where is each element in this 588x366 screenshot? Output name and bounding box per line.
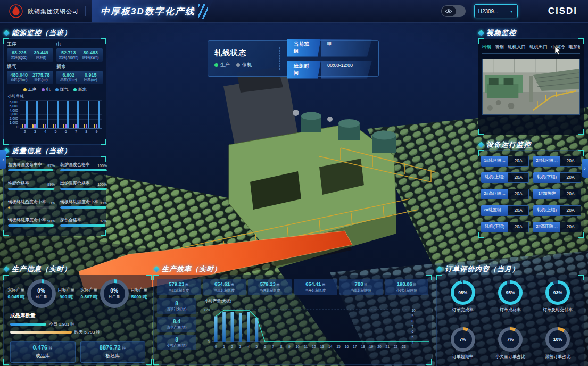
equipment-value: 20A <box>560 189 581 199</box>
svg-text:9: 9 <box>411 314 413 318</box>
shift-info-key[interactable]: 班组时间 <box>287 61 321 79</box>
svg-text:11: 11 <box>304 345 308 348</box>
bar <box>96 124 97 128</box>
legend-item: 煤气 <box>55 87 69 93</box>
stock-bar-row: 今日 1,801 吨 <box>10 321 145 327</box>
video-tab-电加热[interactable]: 电加热 <box>569 44 581 51</box>
device-dropdown[interactable]: H2309... ▼ <box>474 4 518 18</box>
bar-group <box>83 101 89 128</box>
shift-info-key[interactable]: 当前班组 <box>287 39 321 57</box>
stock-card-label: 板坯库 <box>82 353 144 360</box>
corner-bracket <box>578 129 584 135</box>
donut-hole: 7% <box>454 330 472 348</box>
stock-bars: 今日 1,801 吨昨天 5,793 吨 <box>4 321 152 335</box>
panel-quality-header: 质量信息（当班） <box>3 146 106 156</box>
energy-group-name: 煤气 <box>7 63 53 70</box>
right-panel-collapse-tab[interactable]: › <box>582 159 588 178</box>
target-output: 目标产量900 吨 <box>58 287 75 301</box>
svg-text:10: 10 <box>296 345 300 348</box>
quality-label: 钢板终轧凸度命中率 <box>8 199 46 205</box>
equipment-label: 轧机(上辊) <box>481 172 508 183</box>
energy-group-name: 新水 <box>56 63 103 70</box>
energy-metric: 480.040总耗(万m³) <box>8 72 30 82</box>
efficiency-chart-area: 小时产量(大板) 1200012345678910111213141516171… <box>198 298 429 356</box>
active-tab-underline <box>482 53 491 54</box>
video-tab-轧机出口[interactable]: 轧机出口 <box>529 44 548 51</box>
quality-pct: 99% <box>100 201 107 205</box>
energy-chart-plot <box>20 100 102 129</box>
video-tab-出钢[interactable]: 出钢 <box>482 44 491 51</box>
donut-hole: 98% <box>454 284 472 302</box>
stock-card: 8876.72吨板坯库 <box>80 341 146 363</box>
equipment-item: 1#加热炉20A <box>533 189 581 199</box>
equipment-item: 2#高压除…20A <box>481 189 529 199</box>
video-tab-轧机入口[interactable]: 轧机入口 <box>508 44 526 51</box>
quality-item-top: 出炉温度合格率100% <box>60 180 107 186</box>
panel-energy-header: 能源监控（当班） <box>3 28 106 38</box>
energy-chart-title: 小时单耗 <box>8 94 106 99</box>
efficiency-mini-value: 8 <box>158 301 196 306</box>
equipment-label: 1#轧区辅… <box>481 156 508 167</box>
equipment-value: 20A <box>508 156 529 167</box>
quality-bar <box>8 188 55 190</box>
quality-pct: 99% <box>47 182 55 186</box>
energy-value: 68.226 <box>8 50 30 55</box>
panel-production-header: 生产信息（实时） <box>3 264 152 274</box>
efficiency-mini-label: 小时产量(块) <box>158 343 196 348</box>
efficiency-card-label: 当月轧制长度 <box>249 288 291 293</box>
status-legend-label: 生产 <box>220 62 230 69</box>
panel-energy-title: 能源监控（当班） <box>12 28 71 38</box>
target-output-label: 目标产量 <box>58 287 75 293</box>
equipment-label: 2#轧区辅… <box>481 205 508 216</box>
energy-metric: 80.483吨耗(kWh) <box>80 50 102 60</box>
legend-dot <box>42 88 45 91</box>
energy-metric: 2775.78吨耗(m³) <box>30 72 53 82</box>
equipment-value: 20A <box>560 222 581 232</box>
efficiency-mini-value: 8.4 <box>158 319 196 325</box>
visibility-toggle[interactable] <box>441 5 466 17</box>
panel-video-header: 视频监控 <box>478 28 584 38</box>
cctv-feed[interactable] <box>482 59 580 115</box>
eff-cards: 579.23米当日轧制长度654.61米当班轧制长度579.23米当月轧制长度6… <box>154 275 432 297</box>
energy-value: 39.449 <box>30 50 53 55</box>
efficiency-card: 579.23米当月轧制长度 <box>248 279 292 295</box>
quality-pct: 98% <box>47 219 55 223</box>
bar <box>84 124 85 128</box>
legend-dot <box>23 88 27 91</box>
panel-orders-header: 订单评价内容（当月） <box>436 264 584 274</box>
energy-group: 煤气480.040总耗(万m³)2775.78吨耗(m³) <box>7 63 53 84</box>
actual-output-label: 实际产量 <box>7 287 24 293</box>
svg-text:23: 23 <box>402 345 406 348</box>
legend-label: 新水 <box>78 87 87 93</box>
diamond-icon <box>3 30 9 36</box>
panel-production-title: 生产信息（实时） <box>12 264 71 274</box>
panel-orders-title: 订单评价内容（当月） <box>445 264 519 274</box>
energy-value: 52.713 <box>57 50 80 55</box>
line-status-legend: 生产停机 <box>214 62 272 69</box>
equipment-value: 20A <box>560 156 581 167</box>
target-output-label: 目标产量 <box>131 287 148 293</box>
video-tab-中间冷[interactable]: 中间冷 <box>551 44 565 51</box>
bar-group <box>73 101 79 128</box>
efficiency-unit: 米 <box>277 282 280 287</box>
quality-bar-fill <box>60 224 105 227</box>
left-panel-collapse-tab[interactable]: ‹ <box>0 150 6 169</box>
quality-label: 探伤合格率 <box>60 217 81 223</box>
line-status-rows: 当前班组甲班组时间00:00-12:00 <box>287 39 372 79</box>
equipment-value: 20A <box>560 205 581 216</box>
quality-bar <box>8 169 55 171</box>
bar <box>63 124 64 128</box>
energy-metric: 6.602总耗(万m³) <box>57 72 80 82</box>
corner-bracket <box>153 359 159 365</box>
production-donut: 0%日产量 <box>27 279 56 308</box>
x-tick: 2 <box>24 130 26 135</box>
eff-minis: 8当班计划(块)8.4当班产量(块)8小时产量(块) <box>157 298 196 356</box>
bar <box>53 124 54 128</box>
energy-groups: 工序68.226总耗(kgce)39.449吨耗(t)电52.713总耗(万kW… <box>4 39 106 85</box>
order-donut: 7%订单超期率 <box>440 327 485 366</box>
equipment-label: 2#高压除… <box>481 189 508 199</box>
video-tab-装钢[interactable]: 装钢 <box>495 44 504 51</box>
efficiency-number: 579.23 <box>169 281 184 287</box>
corner-bracket <box>578 274 584 280</box>
quality-bar <box>60 206 107 209</box>
